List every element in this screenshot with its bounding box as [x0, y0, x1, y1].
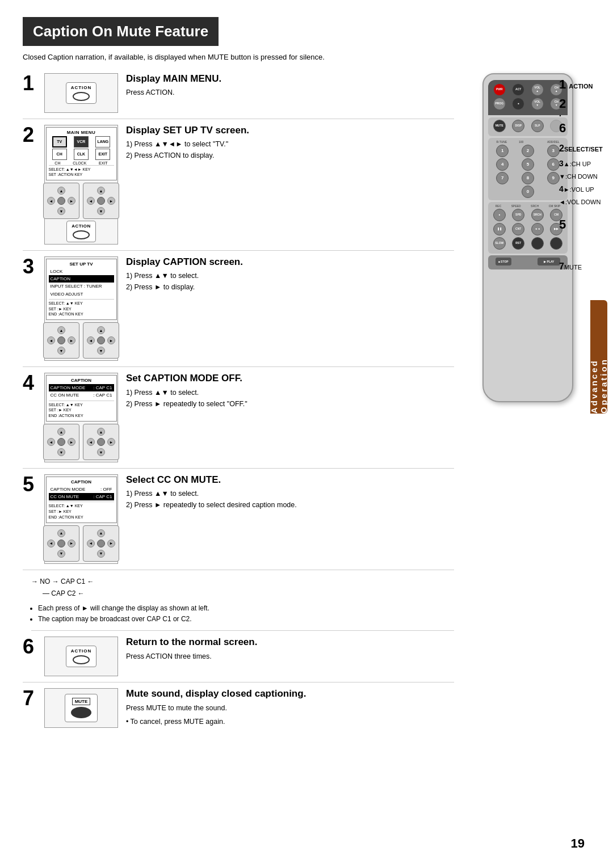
caption-row-2a: CAPTION MODE: OFF [49, 486, 114, 493]
setup-caption: CAPTION [49, 275, 114, 283]
btn-9[interactable]: 9 [547, 172, 560, 184]
annot-group2: 2SELECT/SET 3▲:CH UP ▼:CH DOWN 4►:VOL UP… [559, 141, 603, 208]
arrow-keys-2: ▲ ◄ ► ▼ [83, 183, 119, 219]
mute-remote-button[interactable]: MUTE [493, 120, 506, 132]
step-3-instructions: 1) Press ▲▼ to select. 2) Press ► to dis… [126, 270, 454, 293]
step-4-instructions: 1) Press ▲▼ to select. 2) Press ► repeat… [126, 387, 454, 410]
mute-button-image: MUTE [65, 694, 98, 722]
step-6-image: ACTION [44, 637, 118, 676]
step-7-image: MUTE [44, 688, 118, 728]
caption-row-2b: CC ON MUTE: CAP C1 [49, 493, 114, 500]
step-7-number: 7 [23, 688, 40, 709]
play-button[interactable]: ▶ PLAY [538, 258, 560, 266]
step-5-row: 5 CAPTION CAPTION MODE: OFF CC ON MUTE: … [23, 474, 454, 570]
power-button[interactable]: PWR [493, 83, 506, 96]
step-3-sub2: 2) Press ► to display. [126, 281, 454, 293]
step-2-sub1: 1) Press ▲▼◄► to select "TV." [126, 138, 454, 150]
step-4-content: Set CAPTION MODE OFF. 1) Press ▲▼ to sel… [126, 373, 454, 409]
btn-0[interactable]: 0 [522, 186, 534, 198]
step-5-content: Select CC ON MUTE. 1) Press ▲▼ to select… [126, 474, 454, 511]
remote-number-grid: 1 2 3 4 5 6 7 8 9 [490, 145, 565, 184]
btn-7[interactable]: 7 [496, 172, 509, 184]
step-4-number: 4 [23, 373, 40, 393]
btn-6[interactable]: 6 [547, 158, 560, 171]
remote-wrapper: PWR ACT VOL▲ CH▲ PROG ● VOL▼ CH▼ [465, 73, 590, 402]
btn-5[interactable]: 5 [522, 158, 534, 171]
setup-video: VIDEO ADJUST [49, 290, 114, 298]
action-button[interactable]: ACT [512, 83, 524, 96]
side-tab: Advanced Operation [590, 300, 607, 414]
counter-button[interactable]: CNT [512, 223, 524, 235]
sleep-button[interactable]: SLP [531, 120, 544, 132]
page-number: 19 [571, 836, 585, 851]
step-5-image: CAPTION CAPTION MODE: OFF CC ON MUTE: CA… [44, 474, 118, 564]
action-btn-2: ACTION [66, 221, 96, 242]
vol-down-button[interactable]: VOL▼ [531, 98, 544, 110]
btn-0-row: 0 [490, 186, 565, 198]
caption-title-2: CAPTION [49, 479, 114, 484]
cap-diagram: → NO → CAP C1 ← — CAP C2 ← [31, 576, 454, 600]
step5-arrow-keys-1: ▲ ◄ ► ▼ [43, 525, 79, 562]
vol-up-button[interactable]: VOL▲ [531, 83, 544, 96]
ch-icon-box: CH [52, 149, 67, 160]
back-button[interactable]: ◄◄ [531, 223, 544, 235]
remote-top-section: PWR ACT VOL▲ CH▲ PROG ● VOL▼ CH▼ [488, 80, 568, 115]
step-1-row: 1 ACTION Display MAIN MENU. Press ACTION… [23, 73, 454, 119]
step-5-instructions: 1) Press ▲▼ to select. 2) Press ► repeat… [126, 488, 454, 511]
step-1-instruction: Press ACTION. [126, 87, 454, 98]
caption-row-1a: CAPTION MODE: CAP C1 [49, 384, 114, 391]
step-1-title: Display MAIN MENU. [126, 73, 454, 85]
annot-2: 2 [559, 96, 603, 111]
menu-bottom: SELECT: ▲▼◄► KEYSET :ACTION KEY [49, 165, 114, 178]
mute-label: MUTE [72, 698, 91, 705]
caption-screen-2: CAPTION CAPTION MODE: OFF CC ON MUTE: CA… [46, 477, 117, 523]
step-3-number: 3 [23, 256, 40, 277]
remote-top-row1: PWR ACT VOL▲ CH▲ [490, 83, 565, 96]
annot-1-text: ACTION [569, 83, 593, 90]
step-2-title: Display SET UP TV screen. [126, 125, 454, 136]
btn-4[interactable]: 4 [496, 158, 509, 171]
tv-icon-box: TV [52, 136, 67, 148]
remote-mid-section: MUTE DISP SLP [488, 117, 568, 136]
step2-dual-arrows: ▲ ◄ ► ▼ [43, 183, 119, 219]
speed-button[interactable]: SPD [512, 209, 524, 221]
prog-button[interactable]: PROG [493, 98, 506, 110]
setup-screen-title: SET UP TV [49, 262, 114, 267]
step6-action-image: ACTION [66, 646, 97, 667]
subtitle-text: Closed Caption narration, if available, … [23, 52, 590, 63]
menu-icons-row: TV VCR LANG [49, 136, 114, 148]
step-5-sub2: 2) Press ► repeatedly to select desired … [126, 499, 454, 511]
step-2-row: 2 MAIN MENU TV VCR LANG CH CLK EXI [23, 125, 454, 251]
step-2-sub2: 2) Press ACTION to display. [126, 150, 454, 161]
remote-top-row2: PROG ● VOL▼ CH▼ [490, 98, 565, 110]
btn-3[interactable]: 3 [547, 145, 560, 157]
btn-2[interactable]: 2 [522, 145, 534, 157]
caption-row-1b: CC ON MUTE: CAP C1 [49, 391, 114, 399]
step-1-content: Display MAIN MENU. Press ACTION. [126, 73, 454, 98]
reset-button[interactable]: RST [512, 237, 524, 250]
extra1-button[interactable] [531, 237, 544, 250]
page-title-bar: Caption On Mute Feature [23, 17, 219, 46]
btn-8[interactable]: 8 [522, 172, 534, 184]
annot-4-vol-up: 4►:VOL UP [559, 182, 603, 196]
slow-button[interactable]: SLOW [493, 237, 506, 250]
vcr-row2: ❚❚ CNT ◄◄ ▶▶ [490, 223, 565, 235]
pause-button[interactable]: ❚❚ [493, 223, 506, 235]
vcr-row3: SLOW RST [490, 237, 565, 250]
step-4-sub2: 2) Press ► repeatedly to select "OFF." [126, 398, 454, 410]
step3-arrows: ▲ ◄ ► ▼ [43, 322, 119, 359]
select-button[interactable]: ● [512, 98, 524, 110]
step-4-image: CAPTION CAPTION MODE: CAP C1 CC ON MUTE:… [44, 373, 118, 462]
step4-arrows: ▲ ◄ ► ▼ [43, 424, 119, 460]
cap-diagram-section: → NO → CAP C1 ← — CAP C2 ← Each press of… [31, 576, 454, 631]
search-button[interactable]: SRCH [531, 209, 544, 221]
display-button[interactable]: DISP [512, 120, 524, 132]
main-menu-screen: MAIN MENU TV VCR LANG CH CLK EXIT CHC [46, 127, 117, 181]
step-5-number: 5 [23, 474, 40, 495]
step-3-image: SET UP TV LOCK CAPTION INPUT SELECT : TU… [44, 256, 118, 361]
rec-button[interactable]: ● [493, 209, 506, 221]
caption-bottom-2: SELECT: ▲▼ KEYSET :► KEYEND :ACTION KEY [49, 502, 114, 520]
btn-1[interactable]: 1 [496, 145, 509, 157]
stop-button[interactable]: ■ STOP [496, 258, 511, 266]
exit-icon-box: EXIT [95, 149, 110, 160]
